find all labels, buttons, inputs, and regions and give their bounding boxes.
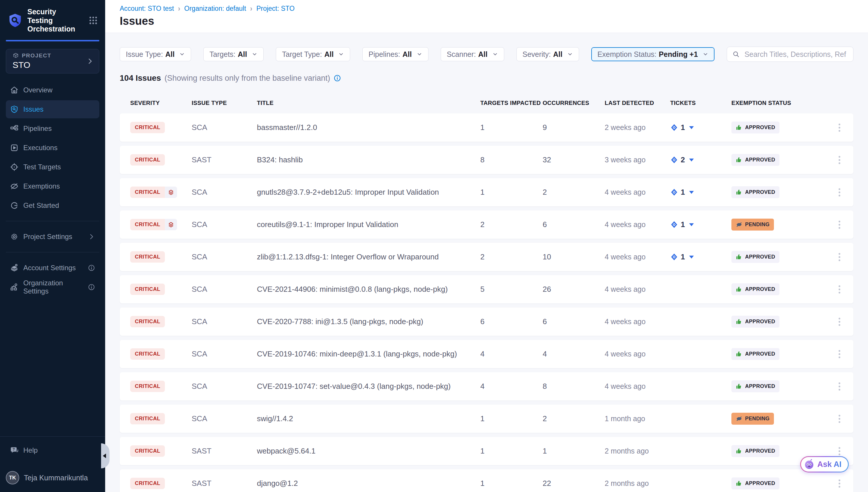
row-menu-kebab-icon[interactable] — [830, 219, 849, 230]
row-menu-kebab-icon[interactable] — [830, 284, 849, 295]
issue-type-cell: SCA — [192, 349, 257, 359]
issue-title-cell[interactable]: CVE-2021-44906: minimist@0.0.8 (lang-pkg… — [257, 285, 480, 294]
occurrences-cell: 26 — [543, 285, 605, 294]
user-menu[interactable]: TK Teja Kummarikuntla — [6, 471, 99, 485]
info-icon[interactable] — [334, 74, 341, 82]
table-row[interactable]: CRITICAL SCA zlib@1:1.2.13.dfsg-1: Integ… — [120, 243, 853, 271]
table-row[interactable]: CRITICAL SCA bassmaster//1.2.0 1 9 2 wee… — [120, 114, 853, 142]
sidebar-item-organization-settings[interactable]: Organization Settings — [6, 278, 99, 296]
table-row[interactable]: CRITICAL SCA CVE-2019-10747: set-value@0… — [120, 372, 853, 400]
issue-title-cell[interactable]: swig//1.4.2 — [257, 414, 480, 423]
issue-title-cell[interactable]: django@1.2 — [257, 479, 480, 488]
exemption-status-badge: PENDING — [731, 413, 774, 425]
row-menu-kebab-icon[interactable] — [830, 348, 849, 360]
issue-title-cell[interactable]: CVE-2019-10747: set-value@0.4.3 (lang-pk… — [257, 382, 480, 391]
table-row[interactable]: CRITICAL SCA coreutils@9.1-1: Improper I… — [120, 211, 853, 239]
filter-targets[interactable]: Targets: All — [203, 47, 264, 61]
breadcrumb-separator-icon: › — [250, 4, 252, 13]
module-grid-icon[interactable] — [88, 16, 98, 25]
filter-pipelines[interactable]: Pipelines: All — [362, 47, 428, 61]
ticket-cell[interactable]: 1 — [670, 252, 731, 262]
filter-target-type[interactable]: Target Type: All — [276, 47, 350, 61]
row-menu-kebab-icon[interactable] — [830, 251, 849, 263]
filter-issue-type[interactable]: Issue Type: All — [120, 47, 191, 61]
severity-badge: CRITICAL — [130, 219, 165, 230]
breadcrumb-link[interactable]: Organization: default — [184, 5, 246, 13]
issue-title-cell[interactable]: bassmaster//1.2.0 — [257, 123, 480, 132]
sidebar-item-account-settings[interactable]: Account Settings — [6, 259, 99, 277]
targets-impacted-cell: 1 — [480, 446, 543, 456]
column-header: ISSUE TYPE — [192, 100, 257, 106]
project-selector[interactable]: PROJECT STO — [6, 49, 99, 73]
row-menu-kebab-icon[interactable] — [830, 478, 849, 489]
issue-title-cell[interactable]: coreutils@9.1-1: Improper Input Validati… — [257, 220, 480, 229]
row-menu-kebab-icon[interactable] — [830, 122, 849, 133]
sidebar-item-get-started[interactable]: Get Started — [6, 196, 99, 215]
table-row[interactable]: CRITICAL SAST webpack@5.64.1 1 1 2 month… — [120, 437, 853, 465]
column-header: TARGETS IMPACTED — [480, 100, 543, 106]
ticket-cell[interactable]: 2 — [670, 155, 731, 164]
severity-badge: CRITICAL — [130, 445, 165, 457]
column-header: TICKETS — [670, 100, 731, 106]
sidebar-item-executions[interactable]: Executions — [6, 139, 99, 157]
issue-title-cell[interactable]: CVE-2019-10746: mixin-deep@1.3.1 (lang-p… — [257, 349, 480, 359]
table-row[interactable]: CRITICAL SCA CVE-2021-44906: minimist@0.… — [120, 275, 853, 303]
exemption-status-badge: APPROVED — [731, 186, 780, 198]
svg-text:?: ? — [12, 447, 15, 451]
table-row[interactable]: CRITICAL SAST django@1.2 1 22 2 months a… — [120, 469, 853, 492]
search-input[interactable] — [744, 50, 848, 59]
filter-severity[interactable]: Severity: All — [517, 47, 579, 61]
layers-gear-icon — [10, 264, 19, 272]
row-menu-kebab-icon[interactable] — [830, 381, 849, 392]
last-detected-cell: 2 weeks ago — [605, 123, 670, 132]
issue-title-cell[interactable]: webpack@5.64.1 — [257, 446, 480, 456]
filter-scanner[interactable]: Scanner: All — [441, 47, 504, 61]
row-menu-kebab-icon[interactable] — [830, 187, 849, 198]
ticket-cell[interactable]: 1 — [670, 220, 731, 229]
ask-ai-button[interactable]: Ask AI — [800, 456, 849, 472]
targets-impacted-cell: 4 — [480, 349, 543, 359]
sidebar-header: Security Testing Orchestration — [0, 0, 105, 39]
issue-title-cell[interactable]: gnutls28@3.7.9-2+deb12u5: Improper Input… — [257, 188, 480, 197]
table-row[interactable]: CRITICAL SAST B324: hashlib 8 32 3 weeks… — [120, 146, 853, 174]
row-menu-kebab-icon[interactable] — [830, 154, 849, 166]
row-menu-kebab-icon[interactable] — [830, 445, 849, 457]
column-header: LAST DETECTED — [605, 100, 670, 106]
sidebar-item-test-targets[interactable]: Test Targets — [6, 158, 99, 176]
severity-badge: CRITICAL — [130, 413, 165, 424]
org-gear-icon — [10, 283, 19, 292]
row-menu-kebab-icon[interactable] — [830, 316, 849, 328]
sidebar-item-help[interactable]: ? Help — [6, 441, 99, 459]
row-menu-kebab-icon[interactable] — [830, 413, 849, 425]
sidebar-item-exemptions[interactable]: Exemptions — [6, 177, 99, 195]
filter-exemption-status[interactable]: Exemption Status: Pending +1 — [591, 47, 714, 61]
breadcrumb-link[interactable]: Account: STO test — [120, 5, 174, 13]
severity-badge: CRITICAL — [130, 187, 165, 198]
sidebar-item-issues[interactable]: Issues — [6, 100, 99, 118]
sidebar-nav: Overview Issues Pipelines Executions Tes… — [0, 81, 105, 296]
chevron-down-icon — [338, 51, 344, 57]
occurrences-cell: 8 — [543, 382, 605, 391]
ticket-cell[interactable]: 1 — [670, 188, 731, 197]
table-row[interactable]: CRITICAL SCA swig//1.4.2 1 2 1 month ago… — [120, 404, 853, 433]
issue-title-cell[interactable]: B324: hashlib — [257, 155, 480, 164]
issues-summary: 104 Issues (Showing results only from th… — [120, 73, 853, 83]
ticket-cell[interactable]: 1 — [670, 123, 731, 132]
table-header: SEVERITYISSUE TYPETITLETARGETS IMPACTEDO… — [120, 100, 853, 106]
home-icon — [10, 86, 19, 94]
sidebar-item-pipelines[interactable]: Pipelines — [6, 120, 99, 138]
breadcrumb-link[interactable]: Project: STO — [256, 5, 294, 13]
issue-title-cell[interactable]: CVE-2020-7788: ini@1.3.5 (lang-pkgs, nod… — [257, 317, 480, 326]
thumbs-up-icon — [736, 124, 742, 131]
table-row[interactable]: CRITICAL SCA CVE-2020-7788: ini@1.3.5 (l… — [120, 308, 853, 336]
table-row[interactable]: CRITICAL SCA CVE-2019-10746: mixin-deep@… — [120, 340, 853, 368]
sidebar-item-project-settings[interactable]: Project Settings — [6, 228, 99, 246]
last-detected-cell: 2 months ago — [605, 479, 670, 488]
stacked-issues-icon — [165, 219, 177, 230]
sidebar-item-overview[interactable]: Overview — [6, 81, 99, 99]
issues-table: CRITICAL SCA bassmaster//1.2.0 1 9 2 wee… — [120, 114, 853, 492]
jira-icon — [670, 156, 678, 164]
table-row[interactable]: CRITICAL SCA gnutls28@3.7.9-2+deb12u5: I… — [120, 178, 853, 206]
exemption-status-badge: APPROVED — [731, 154, 780, 166]
issue-title-cell[interactable]: zlib@1:1.2.13.dfsg-1: Integer Overflow o… — [257, 252, 480, 262]
